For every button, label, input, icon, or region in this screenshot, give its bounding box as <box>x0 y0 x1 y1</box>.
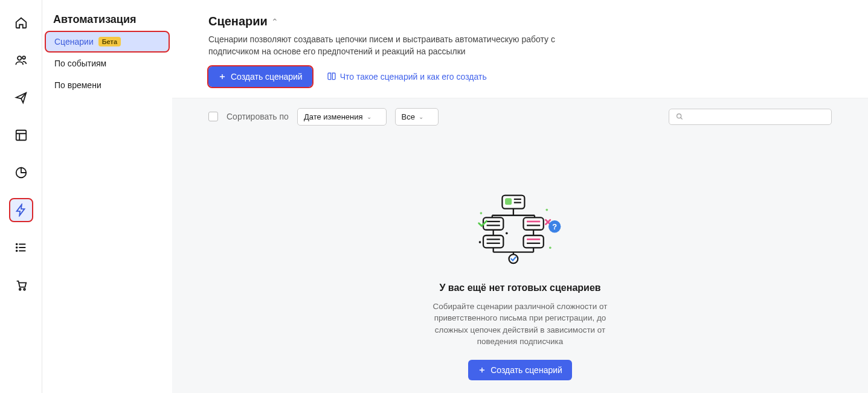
plus-icon <box>478 366 486 374</box>
help-link-label: Что такое сценарий и как его создать <box>340 72 487 81</box>
icon-rail <box>0 0 42 393</box>
nav-send-icon[interactable] <box>10 87 32 109</box>
page-description: Сценарии позволяют создавать цепочки пис… <box>208 33 595 58</box>
empty-illustration: ? <box>475 192 565 264</box>
svg-point-4 <box>16 247 17 248</box>
svg-rect-15 <box>483 217 503 229</box>
empty-create-label: Создать сценарий <box>490 365 562 375</box>
book-icon <box>327 72 336 81</box>
sidebar-item-events[interactable]: По событиям <box>46 54 169 73</box>
filter-select[interactable]: Все ⌄ <box>395 108 439 126</box>
nav-chart-icon[interactable] <box>10 162 32 184</box>
svg-point-40 <box>545 208 548 211</box>
plus-icon <box>218 72 227 81</box>
sort-select[interactable]: Дате изменения ⌄ <box>297 108 387 126</box>
sort-select-value: Дате изменения <box>304 112 363 121</box>
chevron-down-icon: ⌄ <box>367 113 371 120</box>
nav-users-icon[interactable] <box>10 50 32 71</box>
svg-point-43 <box>506 232 508 234</box>
svg-text:?: ? <box>552 222 557 231</box>
svg-point-8 <box>677 114 681 118</box>
svg-point-3 <box>16 244 17 245</box>
help-link[interactable]: Что такое сценарий и как его создать <box>327 72 487 81</box>
sort-label: Сортировать по <box>227 112 289 121</box>
svg-point-39 <box>480 212 483 214</box>
svg-rect-28 <box>524 235 544 248</box>
search-box[interactable] <box>669 109 832 125</box>
beta-badge: Бета <box>98 37 121 46</box>
sidebar-item-label: По событиям <box>54 59 106 68</box>
nav-cart-icon[interactable] <box>10 274 32 296</box>
svg-point-5 <box>16 251 17 252</box>
sidebar: Автоматизация Сценарии Бета По событиям … <box>42 0 172 393</box>
svg-rect-10 <box>505 198 512 205</box>
filter-select-value: Все <box>402 112 415 121</box>
main-header: Сценарии ⌃ Сценарии позволяют создавать … <box>172 0 868 98</box>
svg-point-1 <box>22 56 25 59</box>
nav-automation-icon[interactable] <box>10 199 32 221</box>
collapse-icon[interactable]: ⌃ <box>271 17 278 27</box>
chevron-down-icon: ⌄ <box>419 113 423 120</box>
sidebar-item-time[interactable]: По времени <box>46 75 169 95</box>
nav-home-icon[interactable] <box>10 12 32 34</box>
nav-layout-icon[interactable] <box>10 124 32 146</box>
create-button-label: Создать сценарий <box>231 72 303 81</box>
svg-rect-2 <box>16 130 26 141</box>
search-icon <box>675 112 684 121</box>
create-scenario-button[interactable]: Создать сценарий <box>208 66 312 87</box>
page-title: Сценарии <box>208 14 268 28</box>
svg-point-0 <box>18 56 21 60</box>
empty-state: ? <box>172 135 868 393</box>
sidebar-item-label: По времени <box>54 80 101 90</box>
sidebar-title: Автоматизация <box>42 13 172 32</box>
search-input[interactable] <box>687 112 825 121</box>
svg-point-7 <box>24 289 25 290</box>
svg-rect-18 <box>524 217 544 229</box>
toolbar: Сортировать по Дате изменения ⌄ Все ⌄ <box>172 98 868 135</box>
svg-rect-25 <box>483 235 503 248</box>
svg-point-6 <box>19 289 21 290</box>
svg-point-41 <box>549 246 551 249</box>
svg-point-42 <box>479 241 481 243</box>
sidebar-item-label: Сценарии <box>54 37 94 46</box>
empty-description: Собирайте сценарии различной сложности о… <box>423 301 617 348</box>
main: Сценарии ⌃ Сценарии позволяют создавать … <box>172 0 868 393</box>
empty-create-button[interactable]: Создать сценарий <box>468 360 572 380</box>
select-all-checkbox[interactable] <box>208 112 218 121</box>
nav-list-icon[interactable] <box>10 237 32 258</box>
empty-title: У вас ещё нет готовых сценариев <box>439 283 600 293</box>
sidebar-item-scenarios[interactable]: Сценарии Бета <box>46 32 169 51</box>
